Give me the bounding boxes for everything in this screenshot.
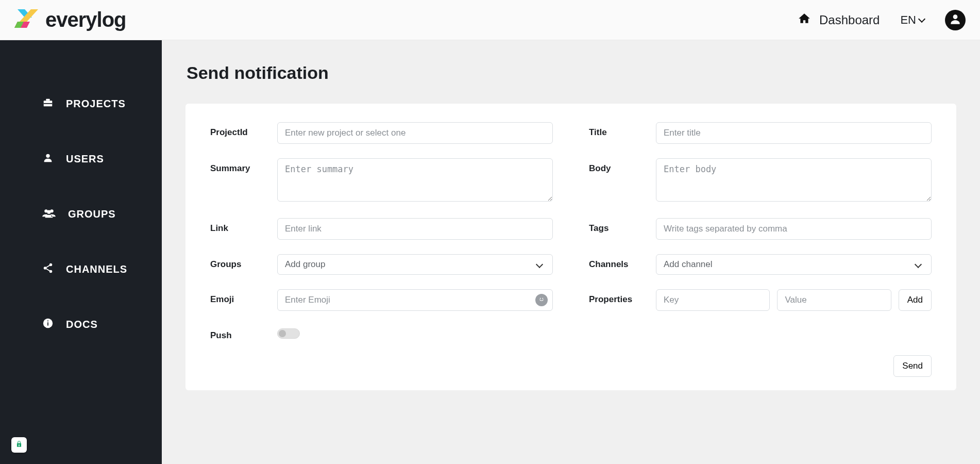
svg-point-16: [542, 298, 543, 299]
sidebar-item-label: PROJECTS: [66, 98, 126, 110]
svg-rect-2: [46, 99, 49, 101]
svg-rect-13: [47, 321, 48, 322]
groups-selected-value: Add group: [285, 259, 325, 270]
group-icon: [42, 207, 56, 221]
groups-label: Groups: [210, 254, 262, 270]
svg-point-14: [538, 295, 546, 303]
account-menu-button[interactable]: [945, 10, 966, 30]
projectid-label: ProjectId: [210, 122, 262, 138]
svg-rect-3: [44, 103, 53, 104]
brand[interactable]: everylog: [14, 7, 126, 33]
dashboard-label: Dashboard: [819, 13, 880, 27]
channels-select[interactable]: Add channel: [656, 254, 932, 275]
title-label: Title: [589, 122, 640, 138]
chevron-down-icon: [915, 261, 922, 268]
brand-name: everylog: [45, 8, 126, 31]
body-label: Body: [589, 158, 640, 174]
summary-textarea[interactable]: [277, 158, 553, 202]
info-icon: [42, 318, 54, 332]
properties-label: Properties: [589, 289, 640, 305]
briefcase-icon: [42, 97, 54, 111]
lock-icon: [15, 439, 23, 451]
tags-label: Tags: [589, 218, 640, 234]
svg-point-7: [47, 210, 50, 214]
svg-point-0: [953, 14, 958, 19]
home-icon: [798, 12, 811, 28]
sidebar-item-label: DOCS: [66, 319, 98, 330]
property-value-input[interactable]: [777, 289, 891, 311]
page-title: Send notification: [187, 63, 956, 83]
push-label: Push: [210, 325, 262, 341]
language-label: EN: [900, 13, 916, 27]
brand-logo-icon: [14, 7, 38, 33]
form-card: ProjectId Title Summary: [185, 104, 956, 390]
svg-point-4: [46, 154, 49, 158]
sidebar-item-label: GROUPS: [68, 208, 116, 220]
dashboard-link[interactable]: Dashboard: [798, 12, 880, 28]
svg-point-15: [540, 298, 541, 299]
summary-label: Summary: [210, 158, 262, 174]
title-input[interactable]: [656, 122, 932, 144]
sidebar-item-users[interactable]: USERS: [0, 142, 162, 176]
emoji-label: Emoji: [210, 289, 262, 305]
sidebar-item-label: CHANNELS: [66, 263, 127, 275]
body-textarea[interactable]: [656, 158, 932, 202]
language-selector[interactable]: EN: [900, 13, 924, 27]
emoji-input[interactable]: [277, 289, 553, 311]
sidebar-item-groups[interactable]: GROUPS: [0, 197, 162, 231]
sidebar-item-projects[interactable]: PROJECTS: [0, 87, 162, 121]
toggle-knob: [279, 330, 286, 337]
tags-input[interactable]: [656, 218, 932, 240]
account-icon: [949, 12, 962, 28]
channels-selected-value: Add channel: [664, 259, 713, 270]
projectid-input[interactable]: [277, 122, 553, 144]
link-input[interactable]: [277, 218, 553, 240]
push-toggle[interactable]: [277, 328, 300, 339]
sidebar-item-docs[interactable]: DOCS: [0, 307, 162, 342]
topbar: everylog Dashboard EN: [0, 0, 980, 40]
channels-label: Channels: [589, 254, 640, 270]
main-content: Send notification ProjectId Title: [162, 40, 980, 464]
topbar-right: Dashboard EN: [798, 10, 966, 30]
user-icon: [42, 152, 54, 166]
sidebar: PROJECTS USERS GROUPS CHANNELS: [0, 40, 162, 464]
svg-rect-12: [47, 322, 48, 325]
link-label: Link: [210, 218, 262, 234]
chevron-down-icon: [536, 261, 543, 268]
send-button[interactable]: Send: [893, 355, 932, 377]
privacy-badge[interactable]: [11, 437, 27, 453]
emoji-picker-button[interactable]: [535, 294, 548, 306]
add-property-button[interactable]: Add: [899, 289, 932, 311]
smile-icon: [537, 295, 546, 305]
property-key-input[interactable]: [656, 289, 770, 311]
groups-select[interactable]: Add group: [277, 254, 553, 275]
sidebar-item-channels[interactable]: CHANNELS: [0, 252, 162, 287]
chevron-down-icon: [918, 15, 925, 22]
share-icon: [42, 262, 54, 276]
sidebar-item-label: USERS: [66, 153, 104, 165]
